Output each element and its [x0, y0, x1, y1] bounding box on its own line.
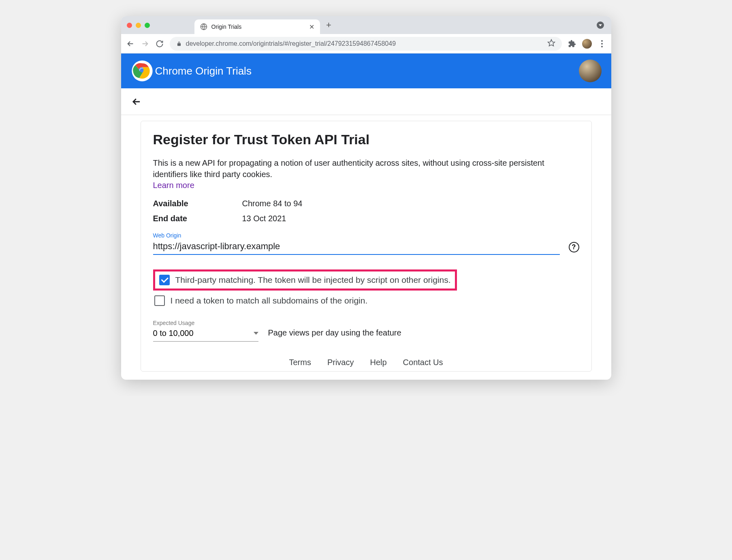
caret-down-icon	[254, 332, 258, 335]
minimize-window-button[interactable]	[136, 23, 141, 28]
browser-toolbar: developer.chrome.com/origintrials/#/regi…	[121, 34, 611, 53]
profile-avatar-large[interactable]	[579, 60, 602, 82]
third-party-label: Third-party matching. The token will be …	[175, 275, 451, 285]
window-controls	[127, 23, 150, 28]
expected-usage-value: 0 to 10,000	[153, 329, 194, 338]
third-party-checkbox-row: Third-party matching. The token will be …	[159, 275, 451, 285]
app-header: Chrome Origin Trials	[121, 53, 611, 88]
end-date-value: 13 Oct 2021	[242, 214, 286, 223]
close-tab-icon[interactable]: ✕	[309, 23, 314, 31]
registration-card: Register for Trust Token API Trial This …	[141, 121, 592, 372]
maximize-window-button[interactable]	[145, 23, 150, 28]
footer-help-link[interactable]: Help	[370, 358, 386, 367]
third-party-checkbox[interactable]	[159, 275, 170, 285]
learn-more-link[interactable]: Learn more	[153, 181, 194, 190]
reload-button[interactable]	[155, 39, 164, 48]
address-bar[interactable]: developer.chrome.com/origintrials/#/regi…	[170, 37, 562, 51]
app-title: Chrome Origin Trials	[155, 65, 252, 77]
browser-tab[interactable]: Origin Trials ✕	[194, 19, 320, 34]
page-back-button[interactable]	[131, 96, 142, 107]
url-text: developer.chrome.com/origintrials/#/regi…	[186, 40, 396, 47]
browser-window: Origin Trials ✕ + developer.chrome.com/o…	[121, 16, 611, 380]
extensions-button[interactable]	[568, 39, 576, 48]
bookmark-star-icon[interactable]	[547, 39, 555, 49]
page-title: Register for Trust Token API Trial	[153, 132, 579, 147]
expected-usage-row: Expected Usage 0 to 10,000 Page views pe…	[153, 320, 579, 342]
available-value: Chrome 84 to 94	[242, 199, 303, 208]
trial-description: This is a new API for propagating a noti…	[153, 157, 579, 180]
sub-header	[121, 88, 611, 115]
globe-icon	[200, 23, 207, 30]
new-tab-button[interactable]: +	[323, 19, 335, 31]
svg-marker-1	[548, 39, 555, 46]
chrome-logo-icon	[131, 60, 154, 82]
expected-usage-field: Expected Usage 0 to 10,000	[153, 320, 258, 342]
web-origin-field: Web Origin ?	[153, 232, 579, 255]
footer-privacy-link[interactable]: Privacy	[327, 358, 354, 367]
expected-usage-label: Expected Usage	[153, 320, 258, 326]
expected-usage-description: Page views per day using the feature	[268, 328, 401, 342]
profile-avatar-small[interactable]	[582, 39, 592, 49]
available-row: Available Chrome 84 to 94	[153, 199, 579, 208]
kebab-icon	[601, 40, 603, 47]
lock-icon	[176, 41, 182, 47]
subdomains-label: I need a token to match all subdomains o…	[171, 296, 368, 306]
tab-title: Origin Trials	[211, 24, 305, 30]
end-date-label: End date	[153, 214, 242, 223]
footer-links: Terms Privacy Help Contact Us	[153, 358, 579, 371]
content-area: Register for Trust Token API Trial This …	[121, 115, 611, 380]
forward-button[interactable]	[141, 39, 149, 48]
chevron-down-icon	[597, 21, 604, 29]
web-origin-label: Web Origin	[153, 232, 579, 239]
back-button[interactable]	[126, 39, 135, 48]
footer-terms-link[interactable]: Terms	[289, 358, 311, 367]
tab-bar: Origin Trials ✕ +	[121, 16, 611, 34]
available-label: Available	[153, 199, 242, 208]
close-window-button[interactable]	[127, 23, 132, 28]
highlighted-option: Third-party matching. The token will be …	[153, 269, 457, 291]
browser-menu-button[interactable]	[598, 39, 606, 48]
expected-usage-select[interactable]: 0 to 10,000	[153, 327, 258, 342]
end-date-row: End date 13 Oct 2021	[153, 214, 579, 223]
tabs-overflow-button[interactable]	[597, 21, 604, 29]
help-icon[interactable]: ?	[569, 242, 579, 252]
subdomains-checkbox[interactable]	[154, 295, 165, 306]
footer-contact-link[interactable]: Contact Us	[403, 358, 443, 367]
web-origin-input[interactable]	[153, 240, 560, 255]
subdomains-checkbox-row: I need a token to match all subdomains o…	[153, 295, 579, 306]
